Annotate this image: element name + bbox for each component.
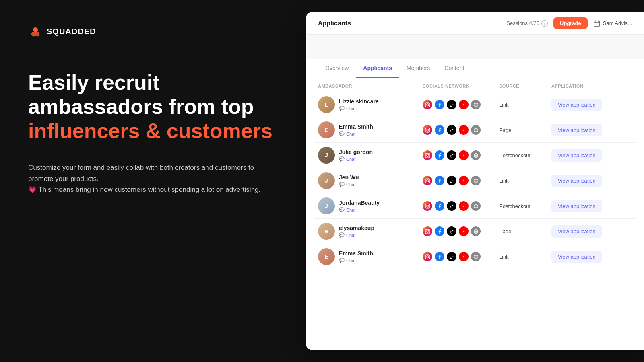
instagram-icon xyxy=(423,176,432,185)
instagram-icon xyxy=(423,226,432,236)
chat-icon: 💬 xyxy=(339,182,345,187)
facebook-icon xyxy=(435,226,444,236)
source-cell: Link xyxy=(499,254,551,260)
chat-icon: 💬 xyxy=(339,156,345,162)
svg-rect-21 xyxy=(425,204,430,208)
svg-point-2 xyxy=(426,103,428,105)
view-application-button[interactable]: View application xyxy=(551,149,602,162)
top-bar: Applicants Sessions 4/20 i Upgrade Sam A… xyxy=(306,12,644,35)
tabs-bar: Overview Applicants Members Content xyxy=(306,59,644,78)
web-icon xyxy=(471,125,481,135)
source-cell: Page xyxy=(499,127,551,133)
facebook-icon xyxy=(435,201,444,211)
svg-point-13 xyxy=(428,154,429,154)
chat-icon: 💬 xyxy=(339,106,345,111)
chat-label: Chat xyxy=(346,208,355,212)
tiktok-icon xyxy=(447,226,456,236)
source-cell: Link xyxy=(499,102,551,108)
tab-content[interactable]: Content xyxy=(437,59,471,78)
view-application-button[interactable]: View application xyxy=(551,99,602,111)
ambassador-name: Jen Wu xyxy=(339,174,359,181)
socials-cell xyxy=(423,150,499,160)
ambassador-info: Jen Wu 💬 Chat xyxy=(339,174,359,187)
chat-badge[interactable]: 💬 Chat xyxy=(339,232,374,238)
tab-members[interactable]: Members xyxy=(399,59,437,78)
chat-label: Chat xyxy=(346,106,355,111)
chat-icon: 💬 xyxy=(339,131,345,136)
view-application-button[interactable]: View application xyxy=(551,251,602,263)
user-label: Sam Advis... xyxy=(603,20,632,26)
chat-badge[interactable]: 💬 Chat xyxy=(339,258,373,263)
chat-badge[interactable]: 💬 Chat xyxy=(339,182,359,187)
header-ambassador: AMBASSADOR xyxy=(318,84,423,88)
view-application-button[interactable]: View application xyxy=(551,175,602,187)
svg-point-7 xyxy=(426,129,428,131)
ambassador-name: JordanaBeauty xyxy=(339,200,380,206)
svg-point-3 xyxy=(428,103,429,104)
headline: Easily recruit ambassadors from top infl… xyxy=(28,71,278,151)
chat-badge[interactable]: 💬 Chat xyxy=(339,207,380,212)
ambassador-cell: E Emma Smith 💬 Chat xyxy=(318,248,423,265)
facebook-icon xyxy=(435,100,444,109)
tiktok-icon xyxy=(447,125,456,135)
web-icon xyxy=(471,176,481,185)
tiktok-icon xyxy=(447,150,456,160)
chat-badge[interactable]: 💬 Chat xyxy=(339,156,373,162)
sessions-badge: Sessions 4/20 i xyxy=(506,20,548,27)
header-socials: Socials Network xyxy=(423,84,499,88)
ambassador-name: Lizzie skincare xyxy=(339,98,379,105)
upgrade-button[interactable]: Upgrade xyxy=(553,17,588,29)
application-cell: View application xyxy=(551,99,632,111)
info-icon[interactable]: i xyxy=(541,20,548,27)
application-cell: View application xyxy=(551,149,632,162)
logo-area: SQUADDED xyxy=(28,24,278,39)
socials-cell xyxy=(423,100,499,109)
view-application-button[interactable]: View application xyxy=(551,124,602,136)
svg-rect-1 xyxy=(425,103,430,107)
instagram-icon xyxy=(423,100,432,109)
web-icon xyxy=(471,226,481,236)
web-icon xyxy=(471,100,481,109)
socials-cell xyxy=(423,252,499,261)
application-cell: View application xyxy=(551,200,632,212)
view-application-button[interactable]: View application xyxy=(551,200,602,212)
chat-label: Chat xyxy=(346,132,355,136)
ambassador-info: Emma Smith 💬 Chat xyxy=(339,250,373,263)
ambassador-info: elysamakeup 💬 Chat xyxy=(339,225,374,238)
svg-point-12 xyxy=(426,154,428,156)
sessions-text: Sessions 4/20 xyxy=(506,20,539,26)
headline-line1: Easily recruit xyxy=(28,71,160,94)
socials-cell xyxy=(423,226,499,236)
ambassador-info: Lizzie skincare 💬 Chat xyxy=(339,98,379,111)
application-cell: View application xyxy=(551,225,632,238)
facebook-icon xyxy=(435,150,444,160)
tab-applicants[interactable]: Applicants xyxy=(356,59,399,78)
ambassador-info: Emma Smith 💬 Chat xyxy=(339,123,373,136)
avatar: e xyxy=(318,223,335,240)
application-cell: View application xyxy=(551,124,632,136)
facebook-icon xyxy=(435,125,444,135)
header-source: Source xyxy=(499,84,551,88)
svg-rect-26 xyxy=(425,229,430,234)
ambassador-info: JordanaBeauty 💬 Chat xyxy=(339,200,380,212)
chat-badge[interactable]: 💬 Chat xyxy=(339,106,379,111)
instagram-icon xyxy=(423,252,432,261)
ambassador-name: elysamakeup xyxy=(339,225,374,231)
table-row: E Emma Smith 💬 Chat xyxy=(314,244,636,269)
svg-point-28 xyxy=(428,230,429,230)
ambassador-name: Julie gordon xyxy=(339,149,373,155)
svg-point-27 xyxy=(426,230,428,232)
view-application-button[interactable]: View application xyxy=(551,225,602,238)
svg-point-8 xyxy=(428,128,429,129)
calendar-icon xyxy=(593,20,601,27)
web-icon xyxy=(471,201,481,211)
subtext-secondary: 💗 This means bring in new customers with… xyxy=(28,186,260,193)
chat-badge[interactable]: 💬 Chat xyxy=(339,131,373,136)
svg-rect-0 xyxy=(594,21,600,26)
chat-label: Chat xyxy=(346,258,355,263)
tab-overview[interactable]: Overview xyxy=(318,59,356,78)
table-row: J Jen Wu 💬 Chat xyxy=(314,168,636,193)
chat-icon: 💬 xyxy=(339,207,345,212)
subtext-main: Customize your form and easily collab wi… xyxy=(28,164,254,182)
headline-accent: influencers & customers xyxy=(28,119,272,142)
